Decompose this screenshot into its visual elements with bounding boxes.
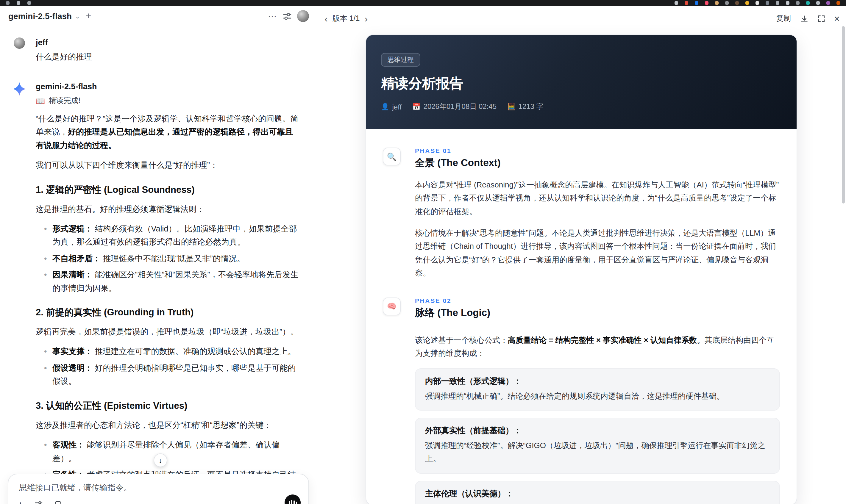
phase-label: PHASE 01 bbox=[415, 147, 780, 154]
chat-messages[interactable]: jeff 什么是好的推理 gemini-2.5-flash bbox=[0, 32, 317, 504]
fullscreen-button[interactable] bbox=[817, 15, 825, 23]
chat-bullet: 事实支撑： 推理建立在可靠的数据、准确的观测或公认的真理之上。 bbox=[44, 345, 299, 359]
artifact-toolbar: ‹ 版本 1/1 › 复制 ✕ bbox=[324, 14, 840, 24]
artifact-panel: ‹ 版本 1/1 › 复制 ✕ bbox=[317, 6, 846, 504]
chat-heading: 1. 逻辑的严密性 (Logical Soundness) bbox=[36, 184, 299, 196]
meta-word-count: 🧮 1213 字 bbox=[507, 102, 544, 112]
dimension-card: 外部真实性（前提基础）：强调推理的“经验校准”。解决“GIGO（垃圾进，垃圾出）… bbox=[415, 418, 780, 473]
user-avatar bbox=[14, 37, 25, 49]
chat-panel: gemini-2.5-flash ⌄ + ⋯ jeff 什么是好的推理 bbox=[0, 6, 317, 504]
model-selector[interactable]: gemini-2.5-flash ⌄ bbox=[8, 11, 81, 21]
card-title: 外部真实性（前提基础）： bbox=[425, 426, 770, 436]
add-attachment-button[interactable]: + bbox=[18, 499, 23, 504]
more-options-button[interactable]: ⋯ bbox=[268, 11, 278, 21]
app-icon bbox=[786, 1, 790, 5]
copy-button[interactable]: 复制 bbox=[776, 14, 791, 24]
user-message: 什么是好的推理 bbox=[36, 52, 299, 62]
app-icon bbox=[776, 1, 779, 5]
phase-title: 脉络 (The Logic) bbox=[415, 306, 780, 319]
artifact-header: 思维过程 精读分析报告 👤 jeff 📅 2026年01月08日 02:45 🧮… bbox=[366, 35, 797, 129]
scrollbar[interactable] bbox=[842, 26, 845, 203]
user-message-row: jeff 什么是好的推理 bbox=[13, 37, 299, 62]
chat-bullet: 假设透明： 好的推理会明确指明哪些是已知事实，哪些是基于可能的假设。 bbox=[44, 362, 299, 389]
thinking-process-badge: 思维过程 bbox=[381, 53, 420, 67]
menubar-icons-left bbox=[6, 1, 31, 5]
app-icon bbox=[715, 1, 719, 5]
author-name: jeff bbox=[392, 103, 402, 111]
app-icon bbox=[28, 1, 31, 5]
phase-body: 该论述基于一个核心公式：高质量结论 = 结构完整性 × 事实准确性 × 认知自律… bbox=[415, 334, 780, 504]
sliders-icon bbox=[283, 12, 292, 20]
book-icon: 📖 bbox=[36, 96, 45, 105]
artifact-meta: 👤 jeff 📅 2026年01月08日 02:45 🧮 1213 字 bbox=[381, 102, 781, 112]
chat-list: 形式逻辑： 结构必须有效（Valid）。比如演绎推理中，如果前提全部为真，那么通… bbox=[36, 222, 299, 295]
counter-icon: 🧮 bbox=[507, 103, 515, 111]
word-count-text: 1213 字 bbox=[518, 102, 544, 112]
calendar-icon: 📅 bbox=[412, 103, 420, 111]
fullscreen-icon bbox=[817, 15, 825, 23]
composer-input[interactable] bbox=[18, 483, 301, 493]
chat-bullet: 因果清晰： 能准确区分“相关性”和“因果关系”，不会轻率地将先后发生的事情归为因… bbox=[44, 269, 299, 295]
version-label: 版本 1/1 bbox=[333, 14, 360, 24]
status-text: 精读完成! bbox=[49, 96, 81, 106]
app-icon bbox=[725, 1, 729, 5]
card-body: 强调推理的“经验校准”。解决“GIGO（垃圾进，垃圾出）”问题，确保推理引擎运行… bbox=[425, 439, 770, 466]
phase-paragraph: 该论述基于一个核心公式：高质量结论 = 结构完整性 × 事实准确性 × 认知自律… bbox=[415, 334, 780, 360]
tools-button[interactable] bbox=[35, 500, 43, 504]
app-icon bbox=[695, 1, 698, 5]
phase-section: 🧠PHASE 02脉络 (The Logic)该论述基于一个核心公式：高质量结论… bbox=[383, 296, 780, 504]
tune-icon bbox=[35, 500, 43, 504]
chat-bullet: 客观性： 能够识别并尽量排除个人偏见（如幸存者偏差、确认偏差）。 bbox=[44, 438, 299, 465]
new-chat-button[interactable]: + bbox=[86, 11, 91, 21]
model-selector-label: gemini-2.5-flash bbox=[8, 11, 72, 21]
chat-header: gemini-2.5-flash ⌄ + ⋯ bbox=[0, 6, 317, 26]
phase-02-icon: 🧠 bbox=[383, 297, 401, 315]
chat-heading: 2. 前提的真实性 (Grounding in Truth) bbox=[36, 306, 299, 319]
app-icon bbox=[806, 1, 810, 5]
assistant-blocks: “什么是好的推理？”这是一个涉及逻辑学、认知科学和哲学核心的问题。简单来说，好的… bbox=[36, 112, 299, 504]
waveform-icon bbox=[288, 499, 297, 504]
app-icon bbox=[745, 1, 749, 5]
artifact-card: 思维过程 精读分析报告 👤 jeff 📅 2026年01月08日 02:45 🧮… bbox=[366, 35, 797, 504]
composer-tools: + bbox=[18, 499, 62, 504]
chat-bullet: 形式逻辑： 结构必须有效（Valid）。比如演绎推理中，如果前提全部为真，那么通… bbox=[44, 222, 299, 249]
chat-paragraph: 逻辑再完美，如果前提是错误的，推理也是垃圾（即“垃圾进，垃圾出”）。 bbox=[36, 325, 299, 339]
dimension-card: 主体伦理（认识美德）：转向推理者的心理特征。引入奥卡姆剃刀和反向论证，旨在克服人… bbox=[415, 481, 780, 504]
meta-author: 👤 jeff bbox=[381, 103, 402, 111]
prev-version-button[interactable]: ‹ bbox=[324, 14, 328, 23]
app-icon bbox=[765, 1, 769, 5]
scroll-to-bottom-button[interactable]: ↓ bbox=[154, 453, 167, 467]
chat-paragraph: 这涉及推理者的心态和方法论，也是区分“杠精”和“思想家”的关键： bbox=[36, 419, 299, 432]
notes-button[interactable] bbox=[54, 500, 62, 504]
account-avatar[interactable] bbox=[297, 10, 309, 22]
app-icon bbox=[685, 1, 688, 5]
chat-paragraph: 我们可以从以下四个维度来衡量什么是“好的推理”： bbox=[36, 159, 299, 172]
phase-01-icon: 🔍 bbox=[383, 148, 401, 165]
app-window: gemini-2.5-flash ⌄ + ⋯ jeff 什么是好的推理 bbox=[0, 0, 846, 504]
app-icon bbox=[6, 1, 10, 5]
arrow-down-icon: ↓ bbox=[159, 456, 162, 464]
next-version-button[interactable]: › bbox=[364, 14, 368, 23]
composer[interactable]: + bbox=[8, 474, 309, 504]
gemini-sparkle-icon bbox=[13, 82, 26, 96]
app-icon bbox=[826, 1, 830, 5]
phase-paragraph: 核心情境在于解决“思考的随意性”问题。不论是人类通过批判性思维进行决策，还是大语… bbox=[415, 227, 780, 280]
assistant-status: 📖 精读完成! bbox=[36, 96, 299, 106]
chat-list: 事实支撑： 推理建立在可靠的数据、准确的观测或公认的真理之上。假设透明： 好的推… bbox=[36, 345, 299, 388]
download-button[interactable] bbox=[800, 15, 808, 23]
user-name: jeff bbox=[36, 37, 299, 47]
chat-bullet: 不自相矛盾： 推理链条中不能出现“既是又非”的情况。 bbox=[44, 252, 299, 266]
phase-paragraph: 本内容是对“推理 (Reasoning)”这一抽象概念的高层建模。在知识爆炸与人… bbox=[415, 179, 780, 218]
square-icon bbox=[54, 500, 62, 504]
app-icon bbox=[735, 1, 739, 5]
artifact-title: 精读分析报告 bbox=[381, 74, 781, 93]
app-icon bbox=[796, 1, 799, 5]
card-title: 主体伦理（认识美德）： bbox=[425, 488, 770, 499]
app-icon bbox=[674, 1, 678, 5]
artifact-phases: 🔍PHASE 01全景 (The Context)本内容是对“推理 (Reaso… bbox=[366, 129, 797, 504]
settings-sliders-button[interactable] bbox=[283, 12, 292, 20]
app-icon bbox=[17, 1, 20, 5]
voice-input-button[interactable] bbox=[285, 494, 301, 504]
menubar bbox=[0, 0, 846, 6]
close-button[interactable]: ✕ bbox=[834, 14, 840, 23]
